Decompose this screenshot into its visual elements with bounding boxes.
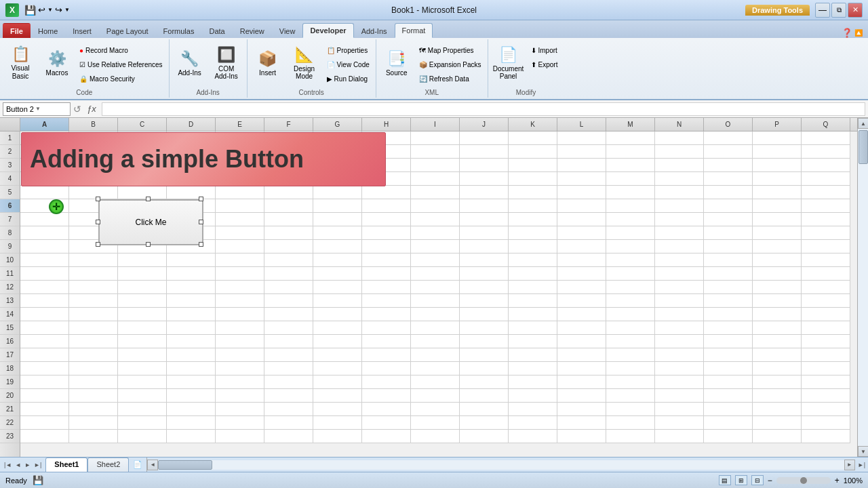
col-header-l[interactable]: L: [557, 118, 606, 131]
cell-J22[interactable]: [460, 416, 509, 430]
cell-L9[interactable]: [557, 240, 606, 253]
row-header-14[interactable]: 14: [0, 308, 20, 321]
cell-B3[interactable]: [69, 159, 118, 172]
cell-K16[interactable]: [509, 335, 557, 348]
cell-C19[interactable]: [118, 375, 167, 389]
cell-A23[interactable]: [20, 430, 69, 443]
row-header-11[interactable]: 11: [0, 267, 20, 281]
cell-H11[interactable]: [362, 267, 411, 281]
cell-K12[interactable]: [509, 281, 557, 294]
cell-A20[interactable]: [20, 389, 69, 403]
cell-N18[interactable]: [655, 362, 704, 375]
cell-F18[interactable]: [264, 362, 313, 375]
cell-H13[interactable]: [362, 294, 411, 308]
cell-P12[interactable]: [753, 281, 802, 294]
row-header-12[interactable]: 12: [0, 281, 20, 294]
cell-G11[interactable]: [313, 267, 362, 281]
cell-Q20[interactable]: [802, 389, 850, 403]
col-header-j[interactable]: J: [460, 118, 509, 131]
tab-format[interactable]: Format: [395, 23, 433, 38]
save-icon[interactable]: 💾: [24, 5, 36, 16]
cell-B5[interactable]: [69, 186, 118, 199]
tab-data[interactable]: Data: [201, 23, 232, 38]
cell-A21[interactable]: [20, 403, 69, 416]
cell-H21[interactable]: [362, 403, 411, 416]
sheet-tab-sheet1[interactable]: Sheet1: [45, 458, 87, 472]
cell-I6[interactable]: [411, 199, 460, 213]
cell-J15[interactable]: [460, 321, 509, 335]
cell-P16[interactable]: [753, 335, 802, 348]
vertical-scrollbar[interactable]: ▲ ▼: [857, 118, 868, 457]
minimize-button[interactable]: —: [815, 3, 830, 18]
cell-F20[interactable]: [264, 389, 313, 403]
undo-dropdown-icon[interactable]: ▼: [47, 7, 53, 13]
h-scrollbar[interactable]: ◄ ►: [146, 458, 854, 472]
cell-Q3[interactable]: [802, 159, 850, 172]
cell-D18[interactable]: [167, 362, 216, 375]
formula-refresh-icon[interactable]: ↺: [73, 104, 81, 115]
help-icon[interactable]: ❓: [842, 28, 852, 38]
cell-N14[interactable]: [655, 308, 704, 321]
cell-E5[interactable]: [216, 186, 264, 199]
cell-F10[interactable]: [264, 253, 313, 267]
cell-Q17[interactable]: [802, 348, 850, 362]
row-header-7[interactable]: 7: [0, 213, 20, 226]
restore-button[interactable]: ⧉: [831, 3, 846, 18]
cell-G5[interactable]: [313, 186, 362, 199]
cell-F17[interactable]: [264, 348, 313, 362]
cell-I8[interactable]: [411, 226, 460, 240]
cell-I1[interactable]: [411, 131, 460, 145]
cell-F2[interactable]: [264, 145, 313, 159]
cell-Q12[interactable]: [802, 281, 850, 294]
cell-F3[interactable]: [264, 159, 313, 172]
refresh-data-button[interactable]: 🔄 Refresh Data: [416, 72, 485, 85]
macro-security-button[interactable]: 🔒 Macro Security: [76, 72, 166, 85]
cell-C11[interactable]: [118, 267, 167, 281]
cell-D20[interactable]: [167, 389, 216, 403]
cell-G1[interactable]: [313, 131, 362, 145]
tab-review[interactable]: Review: [233, 23, 272, 38]
cell-K23[interactable]: [509, 430, 557, 443]
cell-K4[interactable]: [509, 172, 557, 186]
cell-E21[interactable]: [216, 403, 264, 416]
cell-G4[interactable]: [313, 172, 362, 186]
cell-L19[interactable]: [557, 375, 606, 389]
cell-Q4[interactable]: [802, 172, 850, 186]
cell-H4[interactable]: [362, 172, 411, 186]
col-header-d[interactable]: D: [167, 118, 216, 131]
tab-insert[interactable]: Insert: [65, 23, 99, 38]
name-box[interactable]: Button 2 ▼: [3, 102, 71, 116]
cell-A14[interactable]: [20, 308, 69, 321]
cell-J12[interactable]: [460, 281, 509, 294]
cell-B10[interactable]: [69, 253, 118, 267]
cell-B17[interactable]: [69, 348, 118, 362]
cell-N7[interactable]: [655, 213, 704, 226]
cell-O7[interactable]: [704, 213, 753, 226]
zoom-in-button[interactable]: +: [835, 476, 840, 485]
cell-L10[interactable]: [557, 253, 606, 267]
cell-F16[interactable]: [264, 335, 313, 348]
cell-I21[interactable]: [411, 403, 460, 416]
col-header-n[interactable]: N: [655, 118, 704, 131]
map-properties-button[interactable]: 🗺 Map Properties: [416, 43, 485, 57]
name-box-dropdown-icon[interactable]: ▼: [35, 106, 41, 112]
view-page-break-button[interactable]: ⊟: [751, 475, 764, 485]
cell-P23[interactable]: [753, 430, 802, 443]
cell-C5[interactable]: [118, 186, 167, 199]
cell-Q11[interactable]: [802, 267, 850, 281]
cell-B21[interactable]: [69, 403, 118, 416]
cell-K1[interactable]: [509, 131, 557, 145]
cell-G13[interactable]: [313, 294, 362, 308]
cell-Q10[interactable]: [802, 253, 850, 267]
cell-D12[interactable]: [167, 281, 216, 294]
cell-D19[interactable]: [167, 375, 216, 389]
cell-P5[interactable]: [753, 186, 802, 199]
cell-P9[interactable]: [753, 240, 802, 253]
cell-G21[interactable]: [313, 403, 362, 416]
cell-Q21[interactable]: [802, 403, 850, 416]
cell-P6[interactable]: [753, 199, 802, 213]
cell-O23[interactable]: [704, 430, 753, 443]
cell-O11[interactable]: [704, 267, 753, 281]
cell-J16[interactable]: [460, 335, 509, 348]
cell-I11[interactable]: [411, 267, 460, 281]
